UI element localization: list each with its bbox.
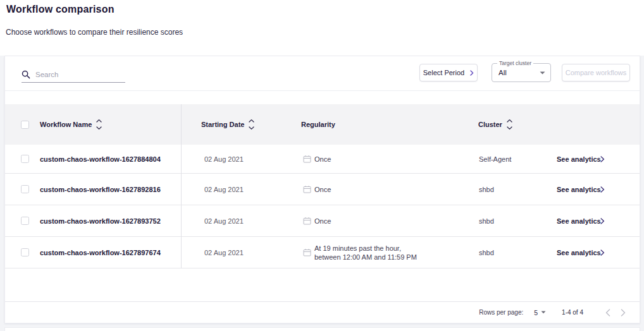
cluster-value: shbd (479, 205, 494, 236)
regularity-line2: between 12:00 AM and 11:59 PM (314, 253, 417, 262)
chevron-right-icon (470, 70, 474, 76)
regularity-line1: At 19 minutes past the hour, (314, 244, 417, 253)
regularity-line1: Once (314, 155, 331, 164)
table-header: Workflow Name Starting Date Regularity C… (5, 104, 640, 145)
pagination-bar: Rows per page: 5 1-4 of 4 (5, 301, 640, 323)
see-analytics-link[interactable]: See analytics (557, 205, 601, 236)
row-checkbox[interactable] (21, 217, 29, 225)
table-row[interactable]: custom-chaos-workflow-1627884804 02 Aug … (5, 145, 640, 174)
filter-toolbar: Select Period Target cluster All Compare… (5, 56, 640, 91)
sort-icon[interactable] (249, 119, 254, 130)
cluster-value: shbd (479, 174, 494, 205)
chevron-right-icon[interactable] (600, 205, 605, 236)
table-row[interactable]: custom-chaos-workflow-1627897674 02 Aug … (5, 237, 640, 268)
row-checkbox[interactable] (21, 185, 29, 193)
header-cluster: Cluster (478, 121, 502, 128)
target-cluster-select[interactable]: Target cluster All (492, 63, 551, 82)
regularity-cell: Once (303, 145, 331, 173)
rows-per-page-select[interactable]: 5 (534, 309, 546, 316)
page-subtitle: Choose workflows to compare their resili… (6, 28, 183, 37)
calendar-icon (303, 217, 311, 225)
content-area: Select Period Target cluster All Compare… (0, 56, 644, 331)
cluster-value: shbd (479, 237, 494, 268)
pagination-range: 1-4 of 4 (562, 309, 583, 316)
see-analytics-link[interactable]: See analytics (557, 174, 601, 205)
regularity-cell: At 19 minutes past the hour,between 12:0… (303, 237, 417, 268)
cluster-value: Self-Agent (479, 145, 511, 173)
compare-workflows-button[interactable]: Compare workflows (562, 64, 630, 81)
rows-per-page-label: Rows per page: (479, 309, 523, 316)
select-period-button[interactable]: Select Period (419, 64, 478, 81)
see-analytics-link[interactable]: See analytics (557, 145, 601, 173)
chevron-right-icon[interactable] (600, 145, 605, 173)
previous-page-button[interactable] (600, 305, 616, 320)
chevron-right-icon[interactable] (600, 174, 605, 205)
calendar-icon (303, 185, 311, 193)
compare-workflows-label: Compare workflows (566, 69, 627, 76)
target-cluster-value: All (498, 69, 507, 76)
see-analytics-link[interactable]: See analytics (557, 237, 601, 268)
workflow-name: custom-chaos-workflow-1627897674 (40, 237, 161, 268)
regularity-line1: Once (314, 185, 331, 194)
row-checkbox[interactable] (21, 248, 29, 256)
starting-date: 02 Aug 2021 (204, 145, 244, 173)
table-body: custom-chaos-workflow-1627884804 02 Aug … (5, 145, 640, 268)
header-regularity: Regularity (301, 121, 335, 128)
starting-date: 02 Aug 2021 (204, 205, 244, 236)
header-workflow-name: Workflow Name (40, 121, 92, 128)
search-input[interactable] (35, 71, 133, 78)
next-section-card (4, 327, 640, 331)
row-checkbox[interactable] (21, 155, 29, 163)
rows-per-page-value: 5 (534, 309, 538, 316)
page-title: Workflow comparison (6, 4, 115, 15)
table-row[interactable]: custom-chaos-workflow-1627892816 02 Aug … (5, 174, 640, 205)
dropdown-caret-icon (541, 311, 546, 314)
next-page-button[interactable] (616, 305, 631, 320)
select-period-label: Select Period (423, 69, 464, 76)
starting-date: 02 Aug 2021 (204, 174, 244, 205)
regularity-line1: Once (314, 217, 331, 226)
sort-icon[interactable] (507, 119, 512, 130)
calendar-icon (303, 248, 311, 256)
search-field[interactable] (22, 66, 125, 83)
search-icon (22, 70, 30, 79)
regularity-cell: Once (303, 174, 331, 205)
sort-icon[interactable] (96, 119, 102, 130)
workflow-name: custom-chaos-workflow-1627892816 (40, 174, 161, 205)
chevron-right-icon[interactable] (600, 237, 605, 268)
workflow-name: custom-chaos-workflow-1627893752 (40, 205, 161, 236)
workflow-name: custom-chaos-workflow-1627884804 (40, 145, 161, 173)
dropdown-caret-icon (540, 71, 545, 75)
target-cluster-label: Target cluster (497, 60, 533, 66)
select-all-cell (21, 104, 29, 145)
select-all-checkbox[interactable] (21, 121, 29, 129)
header-starting-date: Starting Date (201, 121, 244, 128)
starting-date: 02 Aug 2021 (204, 237, 244, 268)
toolbar-actions: Select Period Target cluster All Compare… (419, 63, 630, 82)
workflow-comparison-card: Select Period Target cluster All Compare… (4, 56, 640, 323)
calendar-icon (303, 155, 311, 163)
regularity-cell: Once (303, 205, 331, 236)
column-divider (181, 104, 182, 268)
page-header: Workflow comparison Choose workflows to … (0, 0, 644, 56)
table-row[interactable]: custom-chaos-workflow-1627893752 02 Aug … (5, 205, 640, 237)
